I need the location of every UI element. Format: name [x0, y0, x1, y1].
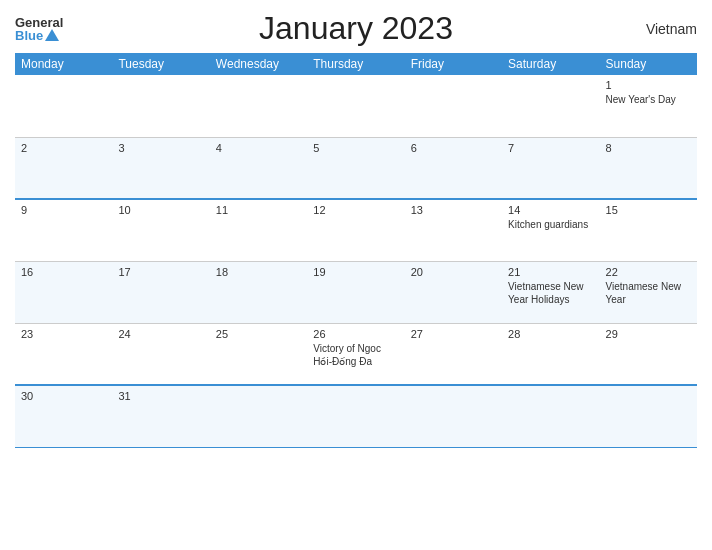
- day-number: 13: [411, 204, 496, 216]
- calendar-cell: 26Victory of Ngoc Hồi-Đống Đa: [307, 323, 404, 385]
- calendar-title: January 2023: [259, 10, 453, 47]
- calendar-cell: 11: [210, 199, 307, 261]
- day-event: Kitchen guardians: [508, 219, 588, 230]
- header-thursday: Thursday: [307, 53, 404, 75]
- header-tuesday: Tuesday: [112, 53, 209, 75]
- day-number: 25: [216, 328, 301, 340]
- calendar-cell: 24: [112, 323, 209, 385]
- day-number: 10: [118, 204, 203, 216]
- calendar-cell: 10: [112, 199, 209, 261]
- day-number: 31: [118, 390, 203, 402]
- calendar-cell: [307, 385, 404, 447]
- calendar-cell: [112, 75, 209, 137]
- day-number: 23: [21, 328, 106, 340]
- calendar-cell: 25: [210, 323, 307, 385]
- day-number: 26: [313, 328, 398, 340]
- day-event: New Year's Day: [606, 94, 676, 105]
- day-number: 15: [606, 204, 691, 216]
- days-header-row: Monday Tuesday Wednesday Thursday Friday…: [15, 53, 697, 75]
- day-number: 21: [508, 266, 593, 278]
- calendar-cell: 21Vietnamese New Year Holidays: [502, 261, 599, 323]
- calendar-cell: [307, 75, 404, 137]
- day-number: 12: [313, 204, 398, 216]
- day-event: Vietnamese New Year Holidays: [508, 281, 583, 305]
- day-number: 4: [216, 142, 301, 154]
- day-number: 6: [411, 142, 496, 154]
- day-number: 1: [606, 79, 691, 91]
- calendar-cell: 8: [600, 137, 697, 199]
- calendar-cell: 17: [112, 261, 209, 323]
- day-number: 9: [21, 204, 106, 216]
- calendar-cell: 31: [112, 385, 209, 447]
- calendar-cell: [405, 75, 502, 137]
- day-number: 16: [21, 266, 106, 278]
- calendar-cell: 29: [600, 323, 697, 385]
- calendar-cell: [210, 75, 307, 137]
- calendar-cell: 20: [405, 261, 502, 323]
- calendar-cell: [210, 385, 307, 447]
- calendar-cell: 22Vietnamese New Year: [600, 261, 697, 323]
- day-number: 18: [216, 266, 301, 278]
- header: General Blue January 2023 Vietnam: [15, 10, 697, 47]
- day-number: 24: [118, 328, 203, 340]
- calendar-cell: 18: [210, 261, 307, 323]
- day-event: Victory of Ngoc Hồi-Đống Đa: [313, 343, 381, 367]
- calendar-cell: [15, 75, 112, 137]
- day-number: 28: [508, 328, 593, 340]
- calendar-cell: 14Kitchen guardians: [502, 199, 599, 261]
- day-number: 11: [216, 204, 301, 216]
- header-wednesday: Wednesday: [210, 53, 307, 75]
- day-number: 8: [606, 142, 691, 154]
- day-number: 17: [118, 266, 203, 278]
- calendar-cell: [405, 385, 502, 447]
- calendar-week-3: 91011121314Kitchen guardians15: [15, 199, 697, 261]
- calendar-cell: [502, 385, 599, 447]
- day-number: 14: [508, 204, 593, 216]
- calendar-cell: 12: [307, 199, 404, 261]
- day-event: Vietnamese New Year: [606, 281, 681, 305]
- calendar-table: Monday Tuesday Wednesday Thursday Friday…: [15, 53, 697, 448]
- calendar-cell: 16: [15, 261, 112, 323]
- calendar-cell: 7: [502, 137, 599, 199]
- calendar-week-6: 3031: [15, 385, 697, 447]
- logo-blue-text: Blue: [15, 29, 43, 42]
- logo: General Blue: [15, 16, 63, 42]
- calendar-cell: 28: [502, 323, 599, 385]
- day-number: 7: [508, 142, 593, 154]
- day-number: 20: [411, 266, 496, 278]
- calendar-cell: [502, 75, 599, 137]
- calendar-cell: 30: [15, 385, 112, 447]
- day-number: 27: [411, 328, 496, 340]
- logo-triangle-icon: [45, 29, 59, 41]
- day-number: 30: [21, 390, 106, 402]
- header-sunday: Sunday: [600, 53, 697, 75]
- calendar-cell: [600, 385, 697, 447]
- calendar-week-5: 23242526Victory of Ngoc Hồi-Đống Đa27282…: [15, 323, 697, 385]
- calendar-cell: 13: [405, 199, 502, 261]
- calendar-cell: 27: [405, 323, 502, 385]
- calendar-cell: 23: [15, 323, 112, 385]
- day-number: 5: [313, 142, 398, 154]
- country-label: Vietnam: [646, 21, 697, 37]
- calendar-cell: 15: [600, 199, 697, 261]
- calendar-cell: 3: [112, 137, 209, 199]
- calendar-cell: 9: [15, 199, 112, 261]
- calendar-cell: 1New Year's Day: [600, 75, 697, 137]
- calendar-cell: 6: [405, 137, 502, 199]
- day-number: 22: [606, 266, 691, 278]
- day-number: 29: [606, 328, 691, 340]
- calendar-week-4: 161718192021Vietnamese New Year Holidays…: [15, 261, 697, 323]
- calendar-week-2: 2345678: [15, 137, 697, 199]
- calendar-cell: 19: [307, 261, 404, 323]
- day-number: 19: [313, 266, 398, 278]
- day-number: 3: [118, 142, 203, 154]
- calendar-cell: 4: [210, 137, 307, 199]
- header-friday: Friday: [405, 53, 502, 75]
- calendar-week-1: 1New Year's Day: [15, 75, 697, 137]
- header-saturday: Saturday: [502, 53, 599, 75]
- calendar-cell: 2: [15, 137, 112, 199]
- day-number: 2: [21, 142, 106, 154]
- calendar-cell: 5: [307, 137, 404, 199]
- header-monday: Monday: [15, 53, 112, 75]
- calendar-page: General Blue January 2023 Vietnam Monday…: [0, 0, 712, 550]
